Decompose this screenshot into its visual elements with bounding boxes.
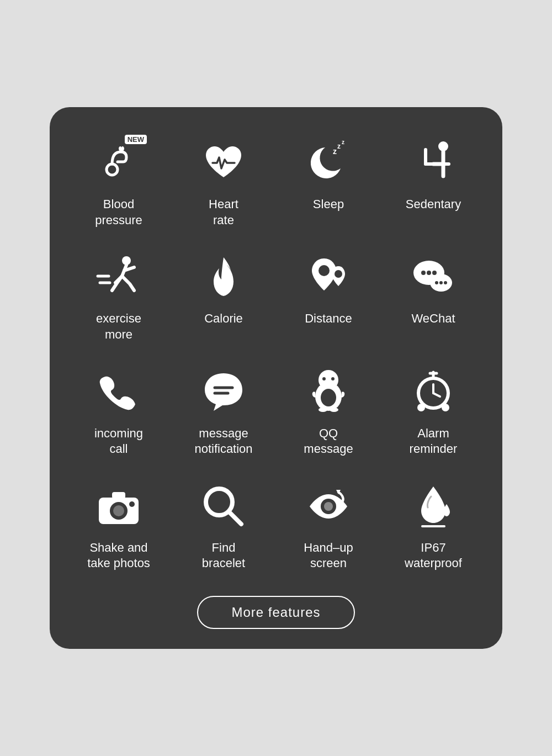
svg-point-26 bbox=[330, 408, 338, 412]
svg-text:z: z bbox=[337, 142, 341, 150]
svg-point-37 bbox=[113, 505, 124, 516]
feature-waterproof: IP67waterproof bbox=[381, 473, 486, 583]
camera-icon bbox=[94, 482, 144, 531]
magnify-icon bbox=[199, 482, 248, 531]
feature-find-bracelet: Findbracelet bbox=[171, 473, 276, 583]
sedentary-label: Sedentary bbox=[406, 197, 461, 213]
svg-point-24 bbox=[321, 389, 336, 406]
sitting-person-icon bbox=[408, 138, 458, 188]
running-person-icon bbox=[94, 252, 144, 302]
phone-icon bbox=[94, 367, 144, 417]
svg-point-9 bbox=[335, 270, 342, 278]
feature-sedentary: Sedentary bbox=[381, 129, 486, 239]
svg-point-13 bbox=[432, 271, 437, 275]
eye-arrow-icon bbox=[304, 482, 353, 531]
distance-label: Distance bbox=[305, 311, 352, 327]
svg-point-0 bbox=[107, 164, 118, 175]
feature-message-notification: messagenotification bbox=[171, 358, 276, 468]
alarm-clock-icon bbox=[408, 367, 458, 417]
feature-card: NEW Bloodpressure Heartrate bbox=[50, 107, 502, 649]
stethoscope-heart-icon: NEW bbox=[94, 138, 144, 188]
feature-qq-message: QQmessage bbox=[276, 358, 381, 468]
penguin-icon bbox=[304, 367, 353, 417]
wechat-label: WeChat bbox=[411, 311, 455, 327]
water-drop-icon bbox=[408, 482, 458, 531]
message-notification-label: messagenotification bbox=[194, 426, 252, 457]
alarm-reminder-label: Alarmreminder bbox=[410, 426, 458, 457]
new-badge: NEW bbox=[125, 135, 147, 144]
wechat-bubble-icon bbox=[408, 252, 458, 302]
feature-grid: NEW Bloodpressure Heartrate bbox=[66, 129, 486, 583]
feature-hand-up-screen: Hand–upscreen bbox=[276, 473, 381, 583]
feature-calorie: Calorie bbox=[171, 244, 276, 353]
feature-wechat: WeChat bbox=[381, 244, 486, 353]
svg-text:z: z bbox=[342, 139, 344, 145]
incoming-call-label: incomingcall bbox=[94, 426, 143, 457]
map-pin-icon bbox=[304, 252, 353, 302]
hand-up-screen-label: Hand–upscreen bbox=[304, 540, 353, 572]
svg-point-25 bbox=[319, 408, 327, 412]
heart-ecg-icon bbox=[199, 138, 248, 188]
feature-distance: Distance bbox=[276, 244, 381, 353]
svg-point-11 bbox=[421, 271, 426, 275]
svg-rect-38 bbox=[112, 492, 125, 499]
svg-point-15 bbox=[435, 281, 438, 284]
feature-incoming-call: incomingcall bbox=[66, 358, 171, 468]
find-bracelet-label: Findbracelet bbox=[202, 540, 245, 572]
svg-point-17 bbox=[444, 281, 447, 284]
svg-point-21 bbox=[322, 377, 326, 380]
chat-bubble-icon bbox=[199, 367, 248, 417]
qq-message-label: QQmessage bbox=[304, 426, 353, 457]
exercise-more-label: exercisemore bbox=[96, 311, 141, 342]
feature-exercise-more: exercisemore bbox=[66, 244, 171, 353]
moon-zzz-icon: z z z bbox=[304, 138, 353, 188]
feature-shake-photo: Shake andtake photos bbox=[66, 473, 171, 583]
svg-point-39 bbox=[129, 501, 135, 507]
flame-icon bbox=[199, 252, 248, 302]
blood-pressure-label: Bloodpressure bbox=[95, 197, 142, 228]
calorie-label: Calorie bbox=[204, 311, 243, 327]
svg-point-43 bbox=[324, 502, 333, 511]
svg-point-22 bbox=[331, 377, 335, 380]
more-features-button[interactable]: More features bbox=[197, 596, 354, 629]
waterproof-label: IP67waterproof bbox=[405, 540, 462, 572]
heart-rate-label: Heartrate bbox=[209, 197, 238, 228]
svg-point-8 bbox=[319, 265, 330, 276]
shake-photo-label: Shake andtake photos bbox=[87, 540, 150, 572]
feature-alarm-reminder: Alarmreminder bbox=[381, 358, 486, 468]
feature-sleep: z z z Sleep bbox=[276, 129, 381, 239]
svg-point-16 bbox=[439, 281, 443, 284]
sleep-label: Sleep bbox=[313, 197, 344, 213]
svg-text:z: z bbox=[333, 147, 337, 156]
svg-point-12 bbox=[427, 271, 431, 275]
svg-line-41 bbox=[229, 512, 241, 524]
feature-blood-pressure: NEW Bloodpressure bbox=[66, 129, 171, 239]
feature-heart-rate: Heartrate bbox=[171, 129, 276, 239]
